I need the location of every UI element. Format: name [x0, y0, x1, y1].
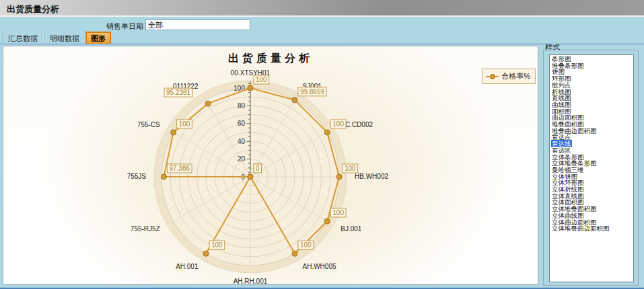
axis-label-AH.RH.001: AH.RH.001: [234, 278, 268, 284]
value-label: 97.386: [169, 165, 190, 172]
value-label: 100: [211, 241, 223, 249]
window-title-bar: 出货质量分析: [0, 0, 644, 17]
filter-bar: 销售单日期: [0, 18, 644, 32]
chart-legend: 合格率%: [482, 69, 536, 84]
chart-panel: 02040608010000.XTSYH01SJ001SC.CD002HB.WH…: [3, 46, 538, 285]
content-area: 02040608010000.XTSYH01SJ001SC.CD002HB.WH…: [0, 44, 644, 289]
radar-chart: 02040608010000.XTSYH01SJ001SC.CD002HB.WH…: [3, 46, 538, 284]
value-label: 100: [345, 165, 356, 172]
tab-2[interactable]: 明细数据: [44, 32, 85, 44]
data-point-755JS: [161, 174, 166, 179]
axis-label-AH.001: AH.001: [176, 263, 199, 270]
svg-text:40: 40: [238, 138, 246, 145]
date-filter-label: 销售单日期: [106, 22, 143, 32]
axis-label-BJ.001: BJ.001: [341, 225, 362, 233]
data-point-AH.001: [203, 251, 209, 256]
chart-style-listbox[interactable]: 条形图堆叠条形图饼图环形图散列点折线图直线图曲线图面积图曲边面积图堆叠面积图堆叠…: [549, 54, 634, 282]
svg-text:60: 60: [238, 120, 246, 127]
value-label: 95.2381: [166, 89, 191, 96]
svg-text:20: 20: [238, 155, 246, 163]
value-label: 0: [256, 165, 260, 172]
value-label: 100: [300, 241, 312, 249]
axis-label-HB.WH002: HB.WH002: [355, 173, 388, 180]
axis-label-755-RJ5Z: 755-RJ5Z: [131, 225, 160, 233]
legend-series-label: 合格率%: [501, 71, 530, 81]
data-point-AH.WH005: [292, 251, 297, 256]
data-point-HB.WH002: [336, 174, 342, 179]
chart-title: 出货质量分析: [3, 52, 538, 66]
value-label: 100: [332, 120, 344, 128]
data-point-755-RJ5Z: [248, 174, 253, 179]
data-point-00.XTSYH01: [248, 85, 253, 91]
value-label: 100: [332, 209, 344, 216]
data-point-SC.CD002: [324, 130, 330, 135]
data-point-BJ.001: [324, 218, 330, 224]
date-filter-input[interactable]: [145, 19, 250, 30]
data-point-0111222: [205, 101, 211, 106]
tab-1[interactable]: 汇总数据: [2, 32, 44, 44]
axis-label-AH.WH005: AH.WH005: [303, 263, 336, 270]
value-label: 99.8659: [300, 88, 325, 95]
style-option[interactable]: 立体堆叠曲边面积图: [551, 225, 633, 232]
value-label: 100: [256, 76, 267, 83]
svg-text:80: 80: [238, 102, 246, 110]
legend-line-marker-icon: [486, 76, 499, 77]
app-window: 出货质量分析 销售单日期 汇总数据明细数据图形 02040608010000.X…: [0, 0, 644, 289]
axis-label-755JS: 755JS: [127, 173, 147, 180]
value-label: 100: [179, 120, 190, 128]
data-point-755-CS: [171, 130, 176, 135]
style-groupbox: 条形图堆叠条形图饼图环形图散列点折线图直线图曲线图面积图曲边面积图堆叠面积图堆叠…: [543, 50, 639, 286]
axis-label-755-CS: 755-CS: [137, 121, 160, 128]
page-title: 出货质量分析: [7, 3, 59, 15]
tab-3[interactable]: 图形: [85, 32, 111, 44]
data-point-SJ001: [292, 97, 297, 103]
